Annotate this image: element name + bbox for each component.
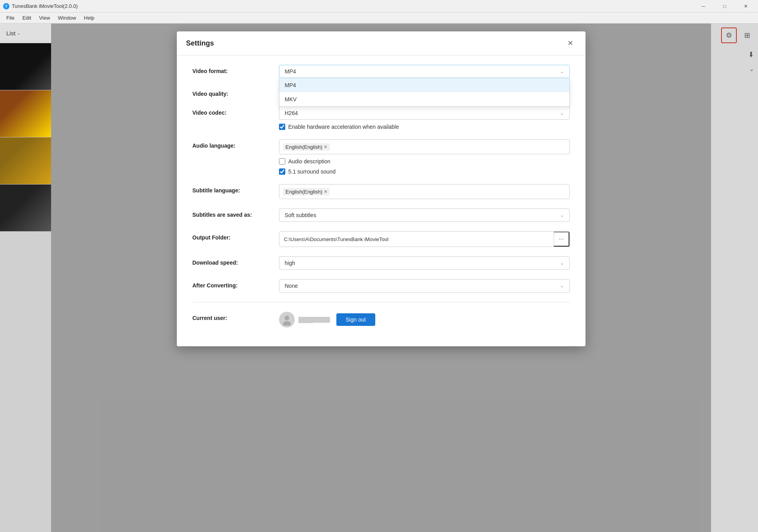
avatar-icon	[281, 314, 293, 325]
audio-language-tag-remove[interactable]: ✕	[324, 144, 327, 150]
download-speed-label: Download speed:	[193, 256, 279, 266]
user-avatar	[279, 312, 295, 327]
subtitles-saved-as-dropdown[interactable]: Soft subtitles ⌄	[279, 208, 570, 222]
video-format-chevron: ⌄	[560, 69, 564, 74]
menu-window[interactable]: Window	[55, 13, 79, 22]
audio-language-control: English(English) ✕ Audio description 5.	[279, 139, 570, 175]
hardware-accel-label: Enable hardware acceleration when availa…	[288, 124, 399, 130]
audio-language-tag-text: English(English)	[286, 144, 323, 150]
menu-edit[interactable]: Edit	[19, 13, 34, 22]
output-folder-input-row: C:\Users\A\Documents\TunesBank iMovieToo…	[279, 231, 570, 247]
download-speed-dropdown[interactable]: high ⌄	[279, 256, 570, 270]
sidebar-thumb-1[interactable]	[0, 43, 51, 90]
output-folder-control: C:\Users\A\Documents\TunesBank iMovieToo…	[279, 231, 570, 247]
audio-language-label: Audio language:	[193, 139, 279, 149]
title-bar: T TunesBank iMovieTool(2.0.0) ─ □ ✕	[0, 0, 758, 13]
dialog-body: Video format: MP4 ⌄ MP4 MKV	[177, 55, 585, 346]
output-folder-path: C:\Users\A\Documents\TunesBank iMovieToo…	[279, 233, 554, 245]
svg-point-1	[283, 321, 291, 325]
sidebar-thumb-2[interactable]	[0, 90, 51, 137]
video-format-option-mkv[interactable]: MKV	[279, 92, 569, 106]
video-format-dropdown[interactable]: MP4 ⌄	[279, 65, 570, 78]
output-folder-label: Output Folder:	[193, 231, 279, 241]
video-codec-label: Video codec:	[193, 106, 279, 116]
main-content: Settings ✕ Video format: MP4 ⌄	[51, 24, 711, 532]
dialog-header: Settings ✕	[177, 31, 585, 55]
audio-description-label: Audio description	[288, 158, 330, 165]
settings-button[interactable]: ⚙	[721, 27, 737, 43]
subtitles-saved-as-value: Soft subtitles	[285, 212, 316, 218]
after-converting-dropdown[interactable]: None ⌄	[279, 279, 570, 293]
sidebar-thumb-3[interactable]	[0, 137, 51, 185]
video-format-row: Video format: MP4 ⌄ MP4 MKV	[193, 65, 570, 78]
svg-point-0	[284, 316, 289, 320]
after-converting-chevron: ⌄	[560, 283, 564, 289]
surround-sound-checkbox[interactable]	[279, 168, 285, 175]
close-button[interactable]: ✕	[737, 0, 755, 13]
video-format-label: Video format:	[193, 65, 279, 74]
after-converting-value: None	[285, 283, 298, 289]
surround-sound-label: 5.1 surround sound	[288, 168, 336, 175]
video-format-dropdown-container: MP4 ⌄ MP4 MKV	[279, 65, 570, 78]
menu-bar: File Edit View Window Help	[0, 13, 758, 24]
video-codec-value: H264	[285, 110, 298, 116]
download-button[interactable]: ⬇	[748, 50, 754, 59]
video-codec-chevron: ⌄	[560, 110, 564, 116]
menu-view[interactable]: View	[36, 13, 53, 22]
subtitles-saved-as-control: Soft subtitles ⌄	[279, 208, 570, 222]
list-label: List ⌄	[6, 30, 20, 37]
menu-help[interactable]: Help	[81, 13, 98, 22]
current-user-control: ████ Sign out	[279, 312, 570, 327]
modal-overlay: Settings ✕ Video format: MP4 ⌄	[51, 24, 711, 532]
after-converting-row: After Converting: None ⌄	[193, 279, 570, 293]
subtitle-language-label: Subtitle language:	[193, 184, 279, 194]
video-quality-label: Video quality:	[193, 88, 279, 97]
audio-description-checkbox[interactable]	[279, 158, 285, 165]
sidebar-thumb-4[interactable]	[0, 185, 51, 232]
window-controls: ─ □ ✕	[694, 0, 755, 13]
after-converting-label: After Converting:	[193, 279, 279, 289]
menu-file[interactable]: File	[3, 13, 18, 22]
video-codec-row: Video codec: H264 ⌄ Enable hardware acce…	[193, 106, 570, 130]
download-speed-control: high ⌄	[279, 256, 570, 270]
hardware-accel-checkbox[interactable]	[279, 124, 285, 130]
subtitle-language-tag-input[interactable]: English(English) ✕	[279, 184, 570, 199]
sidebar: List ⌄	[0, 24, 51, 532]
dialog-title: Settings	[186, 39, 214, 48]
download-speed-chevron: ⌄	[560, 260, 564, 266]
video-format-value: MP4	[285, 68, 296, 75]
video-format-option-mp4[interactable]: MP4	[279, 78, 569, 92]
video-format-options: MP4 MKV	[279, 78, 570, 107]
download-speed-value: high	[285, 260, 295, 266]
dialog-close-button[interactable]: ✕	[565, 38, 576, 49]
minimize-button[interactable]: ─	[694, 0, 712, 13]
subtitle-language-tag-remove[interactable]: ✕	[324, 189, 327, 194]
chevron-down-icon[interactable]: ⌄	[749, 65, 754, 73]
thumb-placeholder-1	[0, 43, 51, 90]
grid-icon: ⊞	[744, 31, 750, 40]
maximize-button[interactable]: □	[716, 0, 734, 13]
audio-description-row: Audio description	[279, 158, 570, 165]
current-user-label: Current user:	[193, 312, 279, 321]
user-name-text: ████	[299, 317, 330, 323]
subtitles-saved-as-chevron: ⌄	[560, 212, 564, 218]
subtitle-language-tag-text: English(English)	[286, 189, 323, 195]
list-chevron[interactable]: ⌄	[17, 31, 20, 36]
subtitle-language-row: Subtitle language: English(English) ✕	[193, 184, 570, 199]
right-panel-top: ⚙ ⊞	[711, 24, 758, 47]
video-codec-dropdown[interactable]: H264 ⌄	[279, 106, 570, 120]
app-icon: T	[3, 3, 9, 9]
audio-language-tag-input[interactable]: English(English) ✕	[279, 139, 570, 154]
output-folder-row: Output Folder: C:\Users\A\Documents\Tune…	[193, 231, 570, 247]
output-folder-browse-button[interactable]: ···	[554, 232, 569, 247]
subtitles-saved-as-row: Subtitles are saved as: Soft subtitles ⌄	[193, 208, 570, 222]
grid-button[interactable]: ⊞	[739, 27, 755, 43]
settings-dialog: Settings ✕ Video format: MP4 ⌄	[177, 31, 585, 346]
right-panel: ⚙ ⊞ ⬇ ⌄	[711, 24, 758, 532]
subtitle-language-control: English(English) ✕	[279, 184, 570, 199]
sidebar-list-header: List ⌄	[0, 24, 51, 43]
surround-sound-row: 5.1 surround sound	[279, 168, 570, 175]
right-panel-chevron: ⌄	[711, 62, 758, 76]
sign-out-button[interactable]: Sign out	[336, 313, 375, 326]
current-user-row: Current user: ████ Sign ou	[193, 312, 570, 327]
